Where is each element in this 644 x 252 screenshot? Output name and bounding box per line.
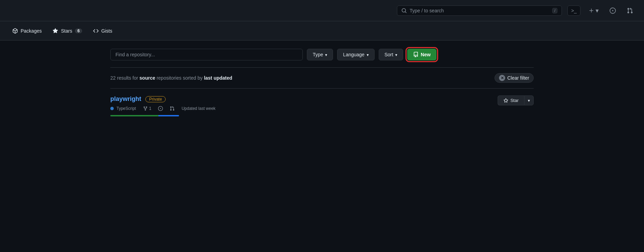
language-dropdown[interactable]: Language — [337, 49, 374, 60]
repo-name-link[interactable]: playwright — [110, 95, 141, 103]
nav-item-gists[interactable]: Gists — [89, 25, 116, 36]
terminal-button[interactable]: >_ — [567, 5, 580, 16]
plus-icon — [589, 8, 594, 13]
new-item-button[interactable]: ▾ — [586, 5, 601, 16]
stars-badge: 6 — [75, 28, 82, 33]
visibility-badge: Private — [145, 96, 166, 102]
nav-item-packages[interactable]: Packages — [8, 25, 46, 36]
repo-info: playwright Private TypeScript 1 — [110, 95, 498, 116]
star-button[interactable]: Star — [498, 95, 524, 105]
star-icon — [53, 28, 58, 34]
chevron-down-icon — [528, 98, 530, 103]
pull-requests-button[interactable] — [624, 6, 636, 15]
sort-dropdown[interactable]: Sort — [379, 49, 403, 60]
search-icon — [401, 8, 407, 13]
results-bar: 22 results for source repositories sorte… — [110, 73, 534, 83]
toolbar-divider — [110, 67, 534, 68]
clear-filter-button[interactable]: ✕ Clear filter — [495, 73, 534, 83]
chevron-down-icon — [395, 52, 397, 57]
stars-label: Stars — [61, 28, 72, 34]
global-search-bar[interactable]: / — [397, 5, 562, 16]
repo-progress-bar — [110, 115, 179, 116]
type-dropdown[interactable]: Type — [307, 49, 333, 60]
gists-label: Gists — [101, 28, 112, 34]
table-row: playwright Private TypeScript 1 — [110, 88, 534, 123]
language-dot — [110, 107, 114, 110]
chevron-down-icon — [325, 52, 327, 57]
x-circle-icon: ✕ — [499, 75, 505, 81]
pr-icon — [170, 106, 175, 111]
repo-list: playwright Private TypeScript 1 — [110, 88, 534, 123]
chevron-down-icon — [367, 52, 369, 57]
new-repo-button[interactable]: New — [407, 49, 436, 60]
repo-title-row: playwright Private — [110, 95, 498, 103]
star-outline-icon — [503, 98, 508, 103]
pull-requests-meta — [170, 106, 175, 111]
updated-meta: Updated last week — [181, 106, 215, 111]
search-kbd-hint: / — [552, 8, 557, 13]
pull-request-icon — [627, 8, 633, 14]
find-repo-input[interactable] — [110, 49, 303, 60]
top-nav: / >_ ▾ — [0, 0, 644, 21]
search-input[interactable] — [410, 8, 549, 13]
nav-item-stars[interactable]: Stars 6 — [48, 25, 86, 36]
issues-meta — [158, 106, 163, 111]
fork-icon — [143, 106, 148, 111]
code-icon — [93, 28, 99, 34]
main-content: Type Language Sort New 22 results for so… — [102, 41, 542, 131]
repo-toolbar: Type Language Sort New — [110, 49, 534, 60]
language-meta: TypeScript — [110, 106, 136, 111]
profile-nav: Packages Stars 6 Gists — [0, 21, 644, 41]
issues-button[interactable] — [607, 6, 619, 15]
issue-icon — [610, 8, 616, 14]
package-icon — [12, 28, 18, 34]
forks-meta: 1 — [143, 106, 152, 111]
repo-meta: TypeScript 1 — [110, 106, 498, 111]
results-summary: 22 results for source repositories sorte… — [110, 75, 232, 81]
repo-icon — [413, 52, 419, 57]
packages-label: Packages — [21, 28, 42, 34]
issue-open-icon — [158, 106, 163, 111]
repo-actions: Star — [498, 95, 534, 105]
star-dropdown-button[interactable] — [524, 95, 534, 105]
